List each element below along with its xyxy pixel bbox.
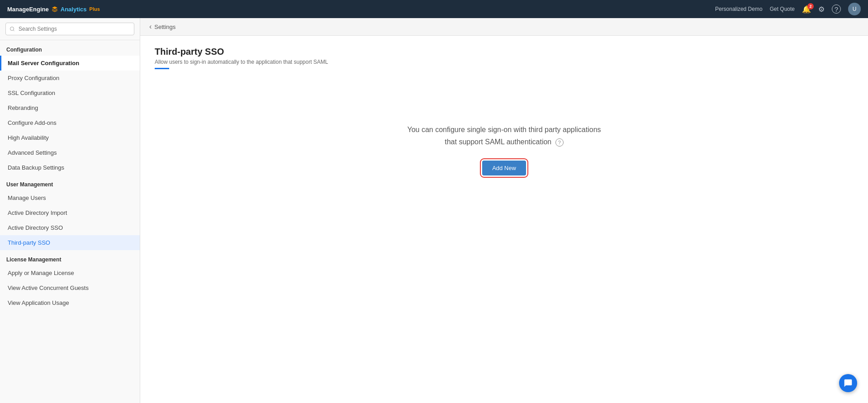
notification-badge: 2: [807, 3, 814, 9]
user-avatar[interactable]: U: [848, 3, 861, 15]
title-underline: [155, 68, 169, 69]
top-navigation: ManageEngine Analytics Plus Personalized…: [0, 0, 868, 18]
sidebar-item-view-app-usage[interactable]: View Application Usage: [0, 295, 140, 310]
sidebar-item-high-availability[interactable]: High Availability: [0, 130, 140, 145]
chat-support-button[interactable]: [839, 374, 857, 392]
search-input[interactable]: [5, 23, 134, 35]
saml-help-icon[interactable]: ?: [555, 138, 564, 147]
sidebar-item-active-directory-sso[interactable]: Active Directory SSO: [0, 220, 140, 235]
content-area: Third-party SSO Allow users to sign-in a…: [140, 36, 868, 403]
logo-icon: [52, 6, 58, 12]
sidebar-search-container: [0, 18, 140, 40]
sidebar-item-advanced-settings[interactable]: Advanced Settings: [0, 145, 140, 160]
page-title: Third-party SSO: [155, 47, 854, 57]
settings-gear-icon[interactable]: ⚙: [818, 5, 825, 14]
breadcrumb-back-arrow[interactable]: ‹: [149, 23, 152, 31]
breadcrumb-label: Settings: [154, 24, 175, 30]
page-subtitle: Allow users to sign-in automatically to …: [155, 59, 854, 65]
sidebar-section-user-management: User Management Manage Users Active Dire…: [0, 175, 140, 250]
sidebar-item-ssl-config[interactable]: SSL Configuration: [0, 85, 140, 100]
add-new-button[interactable]: Add New: [482, 161, 526, 175]
logo-text-analytics: Analytics: [61, 6, 87, 13]
notification-bell[interactable]: 🔔 2: [802, 5, 811, 14]
sidebar-section-configuration: Configuration Mail Server Configuration …: [0, 40, 140, 175]
section-title-configuration: Configuration: [0, 40, 140, 56]
section-title-license-management: License Management: [0, 250, 140, 266]
help-circle-icon[interactable]: ?: [832, 5, 841, 14]
empty-state-line2: that support SAML authentication: [445, 138, 551, 146]
chat-icon: [844, 379, 853, 388]
sidebar-item-rebranding[interactable]: Rebranding: [0, 100, 140, 115]
empty-state-text: You can configure single sign-on with th…: [407, 123, 601, 148]
breadcrumb: ‹ Settings: [140, 18, 868, 36]
logo-text-plus: Plus: [90, 6, 100, 12]
sidebar-item-apply-manage-license[interactable]: Apply or Manage License: [0, 266, 140, 280]
main-layout: Configuration Mail Server Configuration …: [0, 18, 868, 403]
sidebar-item-proxy-config[interactable]: Proxy Configuration: [0, 71, 140, 85]
logo-text-manage: ManageEngine: [7, 6, 49, 13]
sidebar: Configuration Mail Server Configuration …: [0, 18, 140, 403]
sidebar-item-configure-addons[interactable]: Configure Add-ons: [0, 115, 140, 130]
sidebar-item-data-backup[interactable]: Data Backup Settings: [0, 160, 140, 175]
section-title-user-management: User Management: [0, 175, 140, 190]
get-quote-link[interactable]: Get Quote: [770, 6, 795, 12]
empty-state-line1: You can configure single sign-on with th…: [407, 126, 601, 133]
empty-state-container: You can configure single sign-on with th…: [155, 87, 854, 194]
main-content: ‹ Settings Third-party SSO Allow users t…: [140, 18, 868, 403]
sidebar-item-view-concurrent-guests[interactable]: View Active Concurrent Guests: [0, 280, 140, 295]
sidebar-item-mail-server[interactable]: Mail Server Configuration: [0, 56, 140, 71]
personalized-demo-link[interactable]: Personalized Demo: [715, 6, 763, 12]
sidebar-item-active-directory-import[interactable]: Active Directory Import: [0, 205, 140, 220]
sidebar-section-license-management: License Management Apply or Manage Licen…: [0, 250, 140, 310]
app-logo: ManageEngine Analytics Plus: [7, 6, 100, 13]
sidebar-item-third-party-sso[interactable]: Third-party SSO: [0, 235, 140, 250]
sidebar-item-manage-users[interactable]: Manage Users: [0, 190, 140, 205]
topnav-actions: Personalized Demo Get Quote 🔔 2 ⚙ ? U: [715, 3, 861, 15]
